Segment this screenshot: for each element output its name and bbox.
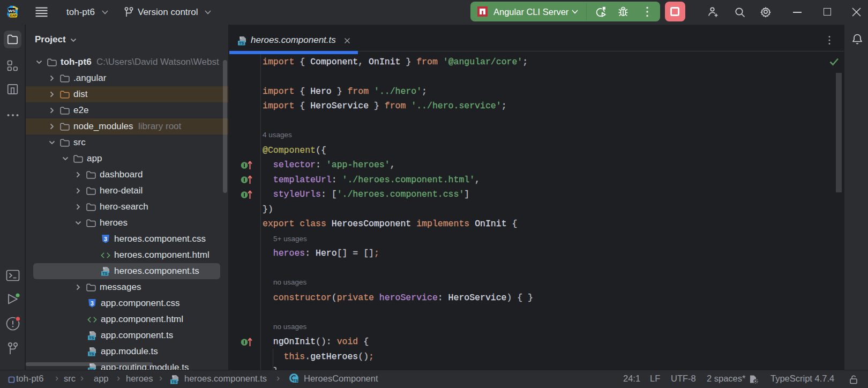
svg-text:TS: TS bbox=[171, 379, 177, 384]
svg-text:TS: TS bbox=[89, 335, 94, 340]
svg-text:TS: TS bbox=[294, 379, 298, 383]
svg-text:TS: TS bbox=[102, 271, 108, 276]
svg-text:3: 3 bbox=[91, 300, 94, 307]
svg-text:TS: TS bbox=[89, 352, 94, 356]
svg-text:WS: WS bbox=[9, 9, 16, 13]
svg-text:TS: TS bbox=[239, 41, 244, 46]
svg-text:EAP: EAP bbox=[10, 14, 17, 17]
svg-text:3: 3 bbox=[104, 236, 107, 242]
